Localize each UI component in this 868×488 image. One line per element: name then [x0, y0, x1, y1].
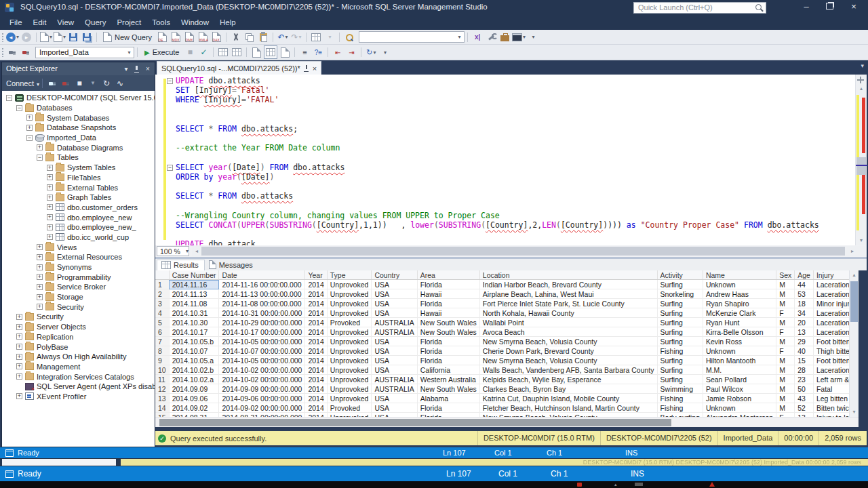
- scroll-left-icon[interactable]: ◂: [193, 246, 200, 256]
- tree-item-security[interactable]: +Security: [2, 302, 155, 312]
- connect-menu-button[interactable]: Connect ▾: [6, 79, 39, 87]
- grid-cell[interactable]: Laceration to left upper leg: [813, 289, 849, 299]
- tree-item-integration-services-catalogs[interactable]: +Integration Services Catalogs: [2, 371, 155, 382]
- tree-item-management[interactable]: +Management: [2, 362, 155, 372]
- grid-cell[interactable]: Fatal: [813, 384, 849, 394]
- save-button[interactable]: [67, 31, 79, 43]
- grid-cell[interactable]: 2014.09.02: [169, 403, 219, 413]
- live-query-stats-button[interactable]: [231, 46, 243, 58]
- collapse-icon[interactable]: −: [6, 95, 12, 101]
- expand-icon[interactable]: +: [16, 373, 22, 380]
- expand-icon[interactable]: +: [37, 254, 43, 260]
- grid-cell[interactable]: 44: [795, 280, 814, 289]
- grid-cell[interactable]: Cherie Down Park, Brevard County: [479, 346, 657, 356]
- grid-cell[interactable]: Laceration to left hand: [813, 280, 849, 289]
- grid-cell[interactable]: Florida: [417, 337, 479, 346]
- grid-cell[interactable]: Florida: [417, 356, 479, 365]
- grid-row-number[interactable]: 3: [155, 299, 169, 308]
- grid-cell[interactable]: 23: [795, 375, 814, 384]
- grid-cell[interactable]: 2014-10-29 00:00:00.000: [219, 318, 305, 327]
- expand-icon[interactable]: +: [47, 224, 53, 230]
- grid-cell[interactable]: USA: [372, 356, 417, 365]
- grid-cell[interactable]: USA: [372, 289, 417, 299]
- grid-cell[interactable]: 2014.10.02.a: [169, 375, 219, 384]
- grid-cell[interactable]: F: [776, 346, 795, 356]
- grid-row-number[interactable]: 10: [155, 365, 169, 375]
- code-area[interactable]: UPDATE dbo.attacksSET [Injury]='Fatal'WH…: [176, 76, 853, 245]
- dax-query-button[interactable]: DAX: [210, 31, 222, 43]
- grid-column-header[interactable]: Sex: [776, 270, 795, 280]
- menu-help[interactable]: Help: [214, 15, 241, 30]
- grid-cell[interactable]: New South Wales: [417, 384, 479, 394]
- grid-column-header[interactable]: Location: [479, 270, 657, 280]
- grid-cell[interactable]: Kirra-Belle Olsson: [703, 327, 776, 337]
- connect-button[interactable]: [6, 46, 18, 58]
- options-button[interactable]: [485, 31, 497, 43]
- tree-item-filetables[interactable]: +FileTables: [2, 173, 155, 183]
- grid-cell[interactable]: Sean Pollard: [703, 375, 776, 384]
- uncomment-button[interactable]: ?≡: [312, 46, 324, 58]
- code-line-9[interactable]: [176, 153, 853, 163]
- toolbox-button[interactable]: [498, 31, 511, 43]
- grid-cell[interactable]: USA: [372, 346, 417, 356]
- menu-window[interactable]: Window: [176, 15, 214, 30]
- fold-collapse-icon[interactable]: −: [167, 165, 173, 171]
- grid-cell[interactable]: 2014: [305, 308, 327, 318]
- grid-cell[interactable]: M: [776, 394, 795, 403]
- grid-cell[interactable]: 2014.10.30: [169, 318, 219, 327]
- grid-cell[interactable]: 2014.10.17: [169, 327, 219, 337]
- grid-cell[interactable]: 2014-09-06 00:00:00.000: [219, 394, 305, 403]
- expand-icon[interactable]: +: [26, 115, 33, 121]
- grid-cell[interactable]: Foot bitten: [813, 356, 849, 365]
- grid-cell[interactable]: Laceration to dorsum of left foot when h…: [813, 318, 849, 327]
- scroll-down-icon[interactable]: ▾: [856, 236, 867, 245]
- grid-cell[interactable]: 2014.09.09: [169, 384, 219, 394]
- toolbar-grip[interactable]: [1, 33, 4, 42]
- paste-button[interactable]: [257, 31, 269, 43]
- debug-button[interactable]: x|: [471, 31, 484, 43]
- grid-cell[interactable]: Fort Pierce Inlet State Park, St. Lucie …: [479, 299, 657, 308]
- grid-cell[interactable]: 2014-10-02 00:00:00.000: [219, 365, 305, 375]
- find-combobox[interactable]: ▾: [359, 31, 465, 43]
- code-line-4[interactable]: [176, 105, 853, 115]
- grid-cell[interactable]: 2014-10-05 00:00:00.000: [219, 356, 305, 365]
- tree-item-external-resources[interactable]: +External Resources: [2, 252, 155, 262]
- comment-button[interactable]: ≡: [298, 46, 311, 58]
- grid-cell[interactable]: 29: [795, 337, 814, 346]
- grid-cell[interactable]: 2014.11.08: [169, 299, 219, 308]
- grid-cell[interactable]: Surfing: [657, 327, 703, 337]
- tree-item-tables[interactable]: −Tables: [2, 152, 155, 163]
- find-button[interactable]: [343, 31, 355, 43]
- grid-row-number[interactable]: 7: [155, 337, 169, 346]
- grid-cell[interactable]: 53: [795, 289, 814, 299]
- grid-cell[interactable]: M: [776, 299, 795, 308]
- grid-row-number[interactable]: 11: [155, 375, 169, 384]
- tree-item-database-snapshots[interactable]: +Database Snapshots: [2, 123, 155, 133]
- grid-cell[interactable]: 2014.11.13: [169, 289, 219, 299]
- grid-cell[interactable]: Unprovoked: [327, 337, 372, 346]
- grid-column-header[interactable]: Case Number: [169, 270, 219, 280]
- grid-cell[interactable]: Unprovoked: [327, 308, 372, 318]
- grid-column-header[interactable]: Year: [305, 270, 327, 280]
- tree-item-dbo-employee-new-[interactable]: +dbo.employee_new_: [2, 222, 155, 232]
- sql-code-editor[interactable]: UPDATE dbo.attacksSET [Injury]='Fatal'WH…: [155, 75, 867, 245]
- grid-cell[interactable]: 2014: [305, 318, 327, 327]
- expand-icon[interactable]: +: [16, 363, 22, 369]
- grid-cell[interactable]: 2014.10.02.b: [169, 365, 219, 375]
- grid-cell[interactable]: M: [776, 318, 795, 327]
- grid-cell[interactable]: 2014-11-08 00:00:00.000: [219, 299, 305, 308]
- cut-button[interactable]: [230, 31, 242, 43]
- grid-cell[interactable]: AUSTRALIA: [372, 318, 417, 327]
- grid-row-number[interactable]: 12: [155, 384, 169, 394]
- grid-column-header[interactable]: Age: [795, 270, 814, 280]
- grid-cell[interactable]: Unprovoked: [327, 327, 372, 337]
- grid-cell[interactable]: Surfing: [657, 280, 703, 289]
- grid-cell[interactable]: Avoca Beach: [479, 327, 657, 337]
- grid-cell[interactable]: USA: [372, 280, 417, 289]
- grid-cell[interactable]: Wallabi Point: [479, 318, 657, 327]
- toolbar-overflow-button[interactable]: ▾: [527, 31, 539, 43]
- grid-cell[interactable]: USA: [372, 365, 417, 375]
- code-line-14[interactable]: [176, 201, 853, 210]
- grid-cell[interactable]: 2014.10.05.b: [169, 337, 219, 346]
- grid-cell[interactable]: Unprovoked: [327, 299, 372, 308]
